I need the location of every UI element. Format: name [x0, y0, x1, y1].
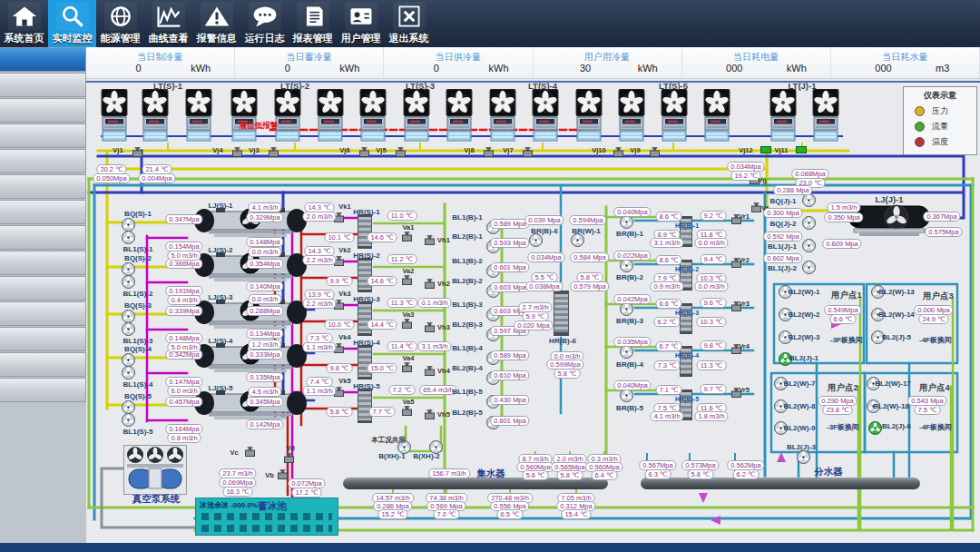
valve-icon[interactable]: [425, 409, 435, 419]
toolbar-button[interactable]: 退出系统: [385, 0, 433, 47]
toolbar-button[interactable]: 运行日志: [240, 0, 289, 47]
toolbar-button[interactable]: 报表管理: [289, 0, 337, 47]
pump-icon[interactable]: [529, 233, 543, 247]
toolbar-button[interactable]: 系统首页: [0, 0, 48, 47]
cooling-tower-icon[interactable]: [359, 89, 387, 142]
toolbar-button[interactable]: 实时监控: [48, 0, 96, 47]
valve-icon[interactable]: [425, 235, 435, 245]
cooling-tower-icon[interactable]: [532, 89, 559, 142]
vacuum-pump-system[interactable]: [123, 445, 187, 495]
heat-exchanger-icon[interactable]: [680, 346, 692, 377]
pump-icon[interactable]: [122, 413, 135, 427]
cooling-tower-icon[interactable]: [101, 89, 128, 142]
pump-icon[interactable]: [620, 302, 633, 316]
valve-icon[interactable]: [402, 232, 412, 242]
readout: 10.0 ℃: [324, 320, 354, 330]
cooling-tower-icon[interactable]: [274, 89, 301, 142]
cooling-tower-icon[interactable]: [230, 89, 258, 142]
pump-icon[interactable]: [620, 259, 633, 272]
sidebar-item[interactable]: [0, 98, 86, 123]
sidebar-item[interactable]: [0, 47, 86, 72]
toolbar-button[interactable]: 用户管理: [337, 0, 385, 47]
heat-exchanger-icon[interactable]: [358, 258, 372, 292]
sidebar-item[interactable]: [0, 200, 86, 224]
heat-exchanger-icon[interactable]: [554, 291, 569, 336]
valve-icon[interactable]: [359, 147, 369, 157]
valve-icon[interactable]: [523, 147, 533, 157]
pump-icon[interactable]: [571, 233, 584, 247]
cooling-tower-icon[interactable]: [403, 89, 430, 142]
pump-icon[interactable]: [620, 345, 633, 359]
pump-icon[interactable]: [122, 322, 135, 336]
cooling-tower-icon[interactable]: [142, 89, 169, 142]
toolbar-button[interactable]: 能源管理: [96, 0, 144, 47]
pump-icon[interactable]: [122, 310, 135, 323]
valve-icon[interactable]: [751, 202, 761, 212]
valve-icon[interactable]: [245, 447, 255, 457]
pump-icon[interactable]: [802, 261, 816, 274]
cooling-tower-icon[interactable]: [446, 89, 473, 142]
cooling-tower-icon[interactable]: [618, 89, 645, 142]
pump-icon[interactable]: [122, 366, 135, 380]
cooling-tower-icon[interactable]: [769, 89, 797, 142]
pump-icon[interactable]: [122, 262, 135, 276]
toolbar-button[interactable]: 曲线查看: [144, 0, 192, 47]
valve-icon[interactable]: [425, 322, 435, 332]
valve-icon[interactable]: [132, 147, 142, 157]
sidebar-item[interactable]: [0, 73, 86, 97]
heat-exchanger-icon[interactable]: [358, 301, 372, 336]
valve-icon[interactable]: [402, 362, 412, 372]
sidebar-item[interactable]: [0, 352, 86, 377]
pump-icon[interactable]: [620, 389, 633, 402]
pump-icon[interactable]: [802, 216, 816, 230]
valve-icon[interactable]: [425, 366, 435, 376]
pump-icon[interactable]: [802, 239, 816, 252]
valve-icon[interactable]: [396, 147, 406, 157]
sidebar-item[interactable]: [0, 174, 86, 199]
sidebar-item[interactable]: [0, 149, 86, 173]
valve-icon[interactable]: [402, 406, 412, 416]
cooling-tower-icon[interactable]: [812, 89, 839, 142]
pump-icon[interactable]: [122, 353, 135, 367]
pump-icon[interactable]: [802, 193, 816, 207]
cooling-tower-icon[interactable]: [317, 89, 344, 142]
valve-icon[interactable]: [425, 279, 435, 289]
sidebar-item[interactable]: [0, 123, 86, 148]
valve-icon[interactable]: [269, 147, 279, 157]
heat-exchanger-icon[interactable]: [680, 303, 692, 334]
heat-exchanger-icon[interactable]: [358, 214, 372, 249]
heat-exchanger-icon[interactable]: [358, 389, 372, 423]
valve-icon[interactable]: [284, 453, 294, 463]
sidebar-item[interactable]: [0, 378, 86, 402]
cooling-tower-icon[interactable]: [661, 89, 688, 142]
pump-icon[interactable]: [122, 275, 135, 289]
readout: 11.4 ℃: [387, 341, 417, 351]
sidebar-item[interactable]: [0, 301, 86, 326]
cooling-tower-icon[interactable]: [185, 89, 212, 142]
pump-icon[interactable]: [868, 421, 882, 435]
sidebar-item[interactable]: [0, 225, 86, 250]
sidebar-item[interactable]: [0, 327, 86, 351]
valve-icon[interactable]: [650, 147, 660, 157]
heat-exchanger-icon[interactable]: [358, 345, 372, 380]
sidebar-item[interactable]: [0, 251, 86, 275]
pump-icon[interactable]: [122, 231, 135, 244]
pump-icon[interactable]: [122, 218, 135, 232]
pump-icon[interactable]: [620, 215, 633, 229]
valve-icon[interactable]: [402, 275, 412, 285]
valve-icon[interactable]: [760, 146, 771, 153]
pump-icon[interactable]: [797, 450, 810, 464]
valve-icon[interactable]: [484, 147, 494, 157]
valve-icon[interactable]: [278, 469, 288, 479]
valve-icon[interactable]: [402, 319, 412, 329]
valve-icon[interactable]: [796, 146, 807, 153]
water-header[interactable]: [641, 478, 920, 489]
cooling-tower-icon[interactable]: [703, 89, 730, 142]
valve-icon[interactable]: [232, 147, 242, 157]
sidebar-item[interactable]: [0, 276, 86, 301]
valve-icon[interactable]: [613, 147, 623, 157]
pump-icon[interactable]: [122, 400, 135, 414]
toolbar-button[interactable]: 报警信息: [192, 0, 240, 47]
cooling-tower-icon[interactable]: [489, 89, 516, 142]
cooling-tower-icon[interactable]: [575, 89, 603, 142]
